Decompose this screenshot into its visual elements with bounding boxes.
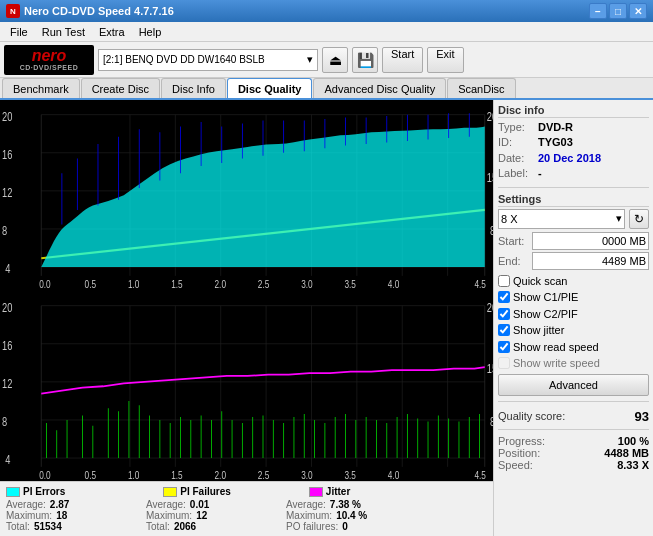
show-read-speed-checkbox[interactable] [498, 341, 510, 353]
pie-max-value: 18 [56, 510, 67, 521]
maximize-button[interactable]: □ [609, 3, 627, 19]
svg-text:20: 20 [2, 109, 12, 123]
right-panel: Disc info Type: DVD-R ID: TYG03 Date: 20… [493, 100, 653, 536]
svg-text:0.0: 0.0 [39, 468, 51, 481]
disc-info-section: Disc info Type: DVD-R ID: TYG03 Date: 20… [498, 104, 649, 182]
disc-label-label: Label: [498, 166, 534, 181]
svg-text:4.5: 4.5 [474, 468, 486, 481]
checkbox-show-write-speed: Show write speed [498, 355, 649, 372]
tab-bar: Benchmark Create Disc Disc Info Disc Qua… [0, 78, 653, 100]
window-title: Nero CD-DVD Speed 4.7.7.16 [24, 5, 174, 17]
end-label: End: [498, 255, 528, 267]
svg-text:12: 12 [2, 376, 12, 390]
drive-selector[interactable]: [2:1] BENQ DVD DD DW1640 BSLB ▾ [98, 49, 318, 71]
svg-text:4.0: 4.0 [388, 468, 400, 481]
speed-selector[interactable]: 8 X ▾ [498, 209, 625, 229]
close-button[interactable]: ✕ [629, 3, 647, 19]
pif-stats: Average: 0.01 Maximum: 12 Total: 2066 [146, 499, 286, 532]
svg-text:8: 8 [2, 414, 7, 428]
menu-extra[interactable]: Extra [93, 24, 131, 40]
pie-total-label: Total: [6, 521, 30, 532]
disc-info-title: Disc info [498, 104, 649, 118]
tab-scandisc[interactable]: ScanDisc [447, 78, 515, 98]
jitter-stats: Average: 7.38 % Maximum: 10.4 % PO failu… [286, 499, 426, 532]
svg-text:2.5: 2.5 [258, 277, 270, 290]
save-button[interactable]: 💾 [352, 47, 378, 73]
pif-total-value: 2066 [174, 521, 196, 532]
svg-text:4.0: 4.0 [388, 277, 400, 290]
pi-errors-color [6, 487, 20, 497]
svg-text:4: 4 [5, 261, 10, 275]
disc-type-value: DVD-R [538, 120, 573, 135]
pif-avg-value: 0.01 [190, 499, 209, 510]
start-button[interactable]: Start [382, 47, 423, 73]
pif-max-value: 12 [196, 510, 207, 521]
svg-text:16: 16 [2, 338, 12, 352]
tab-create-disc[interactable]: Create Disc [81, 78, 160, 98]
combo-arrow: ▾ [616, 212, 622, 225]
svg-rect-56 [0, 291, 493, 482]
pie-total-value: 51534 [34, 521, 62, 532]
show-c1-label: Show C1/PIE [513, 289, 578, 306]
show-c2-checkbox[interactable] [498, 308, 510, 320]
drive-label: [2:1] BENQ DVD DD DW1640 BSLB [103, 54, 265, 65]
speed-value: 8 X [501, 213, 518, 225]
end-input[interactable] [532, 252, 649, 270]
svg-text:1.0: 1.0 [128, 277, 140, 290]
settings-section: Settings 8 X ▾ ↻ Start: End: Quick scan [498, 193, 649, 396]
refresh-button[interactable]: ↻ [629, 209, 649, 229]
divider-3 [498, 429, 649, 430]
start-row: Start: [498, 232, 649, 250]
speed-progress-row: Speed: 8.33 X [498, 459, 649, 471]
pi-errors-label: PI Errors [23, 486, 65, 497]
disc-date-label: Date: [498, 151, 534, 166]
svg-text:3.5: 3.5 [344, 277, 356, 290]
eject-button[interactable]: ⏏ [322, 47, 348, 73]
svg-text:8: 8 [490, 223, 493, 237]
jitter-avg-value: 7.38 % [330, 499, 361, 510]
pie-stats: Average: 2.87 Maximum: 18 Total: 51534 [6, 499, 146, 532]
svg-text:8: 8 [490, 414, 493, 428]
show-write-speed-label: Show write speed [513, 355, 600, 372]
menu-run-test[interactable]: Run Test [36, 24, 91, 40]
progress-value: 100 % [618, 435, 649, 447]
tab-advanced-disc-quality[interactable]: Advanced Disc Quality [313, 78, 446, 98]
exit-button[interactable]: Exit [427, 47, 463, 73]
menu-help[interactable]: Help [133, 24, 168, 40]
position-label: Position: [498, 447, 548, 459]
show-c2-label: Show C2/PIF [513, 306, 578, 323]
svg-text:0.5: 0.5 [85, 468, 97, 481]
advanced-button[interactable]: Advanced [498, 374, 649, 396]
svg-text:3.0: 3.0 [301, 468, 313, 481]
divider-1 [498, 187, 649, 188]
disc-type-row: Type: DVD-R [498, 120, 649, 135]
nero-logo: nero CD·DVD/SPEED [4, 45, 94, 75]
disc-type-label: Type: [498, 120, 534, 135]
svg-text:12: 12 [2, 185, 12, 199]
tab-disc-quality[interactable]: Disc Quality [227, 78, 313, 98]
menu-file[interactable]: File [4, 24, 34, 40]
pie-chart-svg: 20 16 12 8 4 20 15 8 0.0 0.5 1.0 1.5 2.0… [0, 100, 493, 291]
jitter-max-row: Maximum: 10.4 % [286, 510, 426, 521]
start-input[interactable] [532, 232, 649, 250]
show-jitter-checkbox[interactable] [498, 324, 510, 336]
pie-total-row: Total: 51534 [6, 521, 146, 532]
title-bar: N Nero CD-DVD Speed 4.7.7.16 − □ ✕ [0, 0, 653, 22]
show-c1-checkbox[interactable] [498, 291, 510, 303]
pif-avg-row: Average: 0.01 [146, 499, 286, 510]
show-jitter-label: Show jitter [513, 322, 564, 339]
jitter-avg-label: Average: [286, 499, 326, 510]
toolbar: nero CD·DVD/SPEED [2:1] BENQ DVD DD DW16… [0, 42, 653, 78]
disc-label-value: - [538, 166, 542, 181]
jitter-max-label: Maximum: [286, 510, 332, 521]
quick-scan-checkbox[interactable] [498, 275, 510, 287]
disc-date-row: Date: 20 Dec 2018 [498, 151, 649, 166]
svg-text:1.0: 1.0 [128, 468, 140, 481]
pie-max-row: Maximum: 18 [6, 510, 146, 521]
tab-disc-info[interactable]: Disc Info [161, 78, 226, 98]
svg-text:3.5: 3.5 [344, 468, 356, 481]
pie-avg-value: 2.87 [50, 499, 69, 510]
checkbox-show-c1: Show C1/PIE [498, 289, 649, 306]
minimize-button[interactable]: − [589, 3, 607, 19]
tab-benchmark[interactable]: Benchmark [2, 78, 80, 98]
